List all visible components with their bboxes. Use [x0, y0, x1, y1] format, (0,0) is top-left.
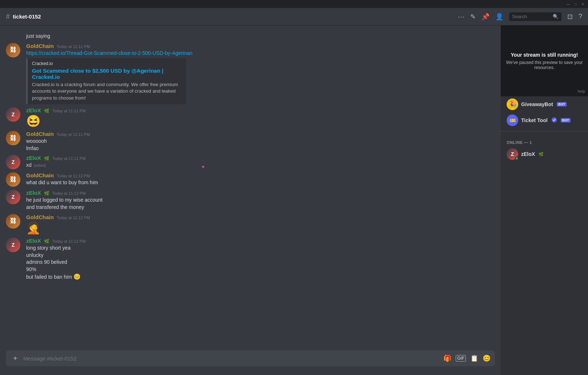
slash-command-icon[interactable]: ⋯: [458, 13, 464, 21]
username[interactable]: zEloX: [26, 155, 41, 161]
message-content: GoldChain Today at 11:12 PM 🤦: [26, 214, 495, 235]
message-input-area: + 🎁 GIF 📋 😊: [0, 350, 501, 375]
message-link[interactable]: https://cracked.io/Thread-Got-Scammed-cl…: [26, 50, 193, 56]
online-user-zelox[interactable]: Z zEloX 🌿: [504, 146, 585, 162]
tickettool-entry[interactable]: 🎫 Ticket Tool BOT: [504, 112, 585, 128]
message-header: GoldChain Today at 11:11 PM: [26, 43, 495, 49]
giveawaybot-entry[interactable]: 🎉 GiveawayBot BOT: [504, 96, 585, 112]
message-group: Z zEloX 🌿 Today at 11:11 PM 😆: [0, 106, 501, 129]
timestamp: Today at 11:12 PM: [57, 174, 90, 178]
stream-preview: Your stream is still running! We've paus…: [501, 25, 588, 96]
message-text: 90%: [26, 266, 495, 273]
message-content: GoldChain Today at 11:11 PM https://crac…: [26, 43, 495, 104]
online-section-label: ONLINE — 1: [501, 134, 588, 146]
username[interactable]: GoldChain: [26, 131, 54, 137]
avatar: Z: [6, 238, 20, 252]
message-group: ⛓ GoldChain Today at 11:11 PM https://cr…: [0, 41, 501, 106]
avatar: ⛓: [6, 214, 20, 229]
username[interactable]: zEloX: [26, 190, 41, 196]
message-text: long story short yea: [26, 245, 495, 252]
app-layout: just saying ⛓ GoldChain Today at 11:11 P…: [0, 25, 588, 375]
pin-icon[interactable]: 📌: [482, 13, 490, 21]
message-input-box: + 🎁 GIF 📋 😊: [6, 350, 495, 366]
verified-checkmark: [551, 117, 557, 124]
link-embed: Cracked.io Got Scammed close to $2,500 U…: [26, 58, 186, 104]
timestamp: Today at 11:11 PM: [52, 156, 86, 161]
search-box[interactable]: Search 🔍: [509, 12, 561, 21]
message-text: but failed to ban him 😐: [26, 273, 495, 281]
message-emoji: 😐: [73, 274, 81, 280]
message-content: GoldChain Today at 11:11 PM woooooh lmfa…: [26, 131, 495, 152]
message-content: GoldChain Today at 11:12 PM what did u w…: [26, 172, 495, 187]
minimize-button[interactable]: —: [566, 2, 571, 6]
message-text: unlucky: [26, 252, 495, 259]
username[interactable]: zEloX: [26, 238, 41, 244]
titlebar: — □ ✕: [0, 0, 588, 8]
giveawaybot-avatar: 🎉: [507, 98, 518, 110]
inbox-icon[interactable]: ⊡: [567, 13, 573, 21]
username[interactable]: GoldChain: [26, 43, 54, 49]
gif-icon[interactable]: GIF: [456, 355, 466, 362]
avatar: Z: [6, 107, 20, 122]
message-content: zEloX 🌿 Today at 11:11 PM 😆: [26, 107, 495, 128]
emoji-icon[interactable]: 😊: [483, 354, 491, 362]
bot-badge: BOT: [561, 118, 571, 122]
message-content: zEloX 🌿 Today at 11:11 PM xd (edited): [26, 155, 495, 169]
tickettool-avatar: 🎫: [507, 114, 518, 126]
timestamp: Today at 11:12 PM: [57, 215, 90, 220]
message-header: GoldChain Today at 11:12 PM: [26, 172, 495, 178]
cursor-dot: [202, 166, 204, 168]
embed-desc: Cracked.io is a cracking forum and commu…: [32, 81, 182, 101]
close-button[interactable]: ✕: [581, 2, 585, 6]
sticker-icon[interactable]: 📋: [470, 354, 478, 362]
avatar: Z: [6, 155, 20, 169]
maximize-button[interactable]: □: [573, 2, 578, 6]
members-icon[interactable]: 👤: [495, 13, 503, 21]
message-group: Z zEloX 🌿 Today at 11:12 PM he just logg…: [0, 188, 501, 212]
message-header: GoldChain Today at 11:11 PM: [26, 131, 495, 137]
message-text: admins 90 belived: [26, 259, 495, 266]
username[interactable]: zEloX: [26, 107, 41, 113]
embed-site: Cracked.io: [32, 61, 182, 66]
leaf-icon: 🌿: [44, 191, 49, 196]
right-sidebar: Your stream is still running! We've paus…: [501, 25, 588, 375]
avatar: ⛓: [6, 131, 20, 145]
gift-icon[interactable]: 🎁: [443, 354, 451, 362]
message-emoji: 😆: [26, 114, 495, 128]
help-icon[interactable]: ?: [579, 13, 582, 20]
edited-label: (edited): [34, 164, 46, 168]
message-text: just saying: [26, 33, 50, 39]
zelox-leaf-icon: 🌿: [539, 152, 544, 157]
leaf-icon: 🌿: [44, 156, 49, 161]
embed-title[interactable]: Got Scammed close to $2,500 USD by @Ager…: [32, 68, 182, 80]
message-input[interactable]: [23, 355, 440, 362]
chat-area: just saying ⛓ GoldChain Today at 11:11 P…: [0, 25, 501, 375]
message-header: zEloX 🌿 Today at 11:12 PM: [26, 190, 495, 196]
message-text: https://cracked.io/Thread-Got-Scammed-cl…: [26, 50, 495, 57]
username[interactable]: GoldChain: [26, 214, 54, 220]
help-text: help: [577, 89, 585, 93]
message-group: Z zEloX 🌿 Today at 11:12 PM long story s…: [0, 236, 501, 283]
username[interactable]: GoldChain: [26, 172, 54, 178]
stream-subtitle: We've paused this preview to save your r…: [501, 60, 588, 70]
separator: [501, 131, 588, 132]
channel-name: ticket-0152: [13, 13, 41, 20]
message-header: zEloX 🌿 Today at 11:11 PM: [26, 155, 495, 161]
message-header: zEloX 🌿 Today at 11:11 PM: [26, 107, 495, 113]
timestamp: Today at 11:11 PM: [57, 132, 90, 137]
message-content: zEloX 🌿 Today at 11:12 PM he just logged…: [26, 190, 495, 211]
search-placeholder: Search: [512, 14, 527, 19]
message-text: what did u want to buy from him: [26, 179, 495, 186]
avatar: ⛓: [6, 172, 20, 187]
add-file-button[interactable]: +: [10, 353, 20, 363]
message-text: xd (edited): [26, 162, 495, 169]
hash-icon: #: [6, 12, 10, 21]
pencil-icon[interactable]: ✎: [470, 13, 476, 21]
tickettool-name: Ticket Tool: [521, 117, 548, 123]
timestamp: Today at 11:11 PM: [57, 44, 90, 49]
header-actions: ⋯ ✎ 📌 👤 Search 🔍 ⊡ ?: [458, 12, 582, 21]
search-icon: 🔍: [553, 14, 559, 19]
giveawaybot-name: GiveawayBot: [521, 101, 553, 107]
timestamp: Today at 11:12 PM: [52, 239, 86, 243]
timestamp: Today at 11:11 PM: [52, 109, 86, 113]
